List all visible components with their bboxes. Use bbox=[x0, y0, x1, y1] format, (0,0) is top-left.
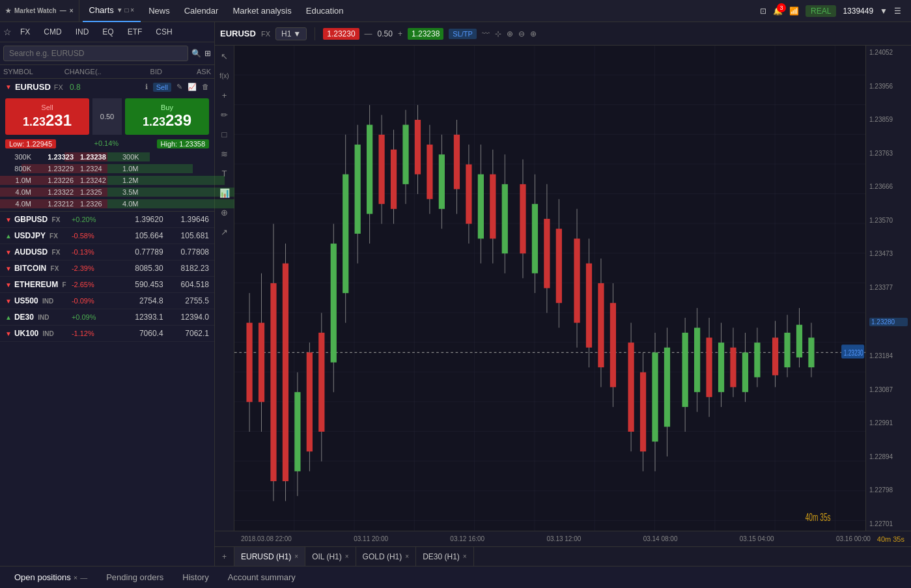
close-icon[interactable]: × bbox=[70, 7, 74, 14]
fx-tool[interactable]: f(x) bbox=[217, 68, 232, 83]
chart-tab-oil[interactable]: OIL (H1) × bbox=[305, 547, 356, 566]
chart-sell-price: 1.23230 bbox=[323, 28, 359, 40]
svg-rect-90 bbox=[784, 333, 790, 367]
tab-market-analysis[interactable]: Market analysis bbox=[226, 0, 298, 22]
instr-de30[interactable]: ▲ DE30 IND +0.09% 12393.1 12394.0 bbox=[0, 309, 214, 326]
chart-sltp-button[interactable]: SL/TP bbox=[449, 29, 477, 39]
svg-rect-36 bbox=[427, 145, 432, 199]
crosshair-tool[interactable]: + bbox=[217, 88, 232, 102]
instr-usdjpy[interactable]: ▲ USDJPY FX -0.58% 105.664 105.681 bbox=[0, 228, 214, 244]
sell-button[interactable]: Sell 1.23231 bbox=[5, 98, 89, 135]
instr-ethereum[interactable]: ▼ ETHEREUM F -2.65% 590.453 604.518 bbox=[0, 277, 214, 293]
column-headers: SYMBOL CHANGE(.. BID ASK bbox=[0, 65, 214, 79]
chart-tool-icons: 〰 ⊹ ⊕ ⊖ ⊕ bbox=[482, 29, 537, 38]
order-book: 300K 1.23323 1.23238 300K 800K 1.23229 1… bbox=[0, 150, 214, 211]
rectangle-tool[interactable]: □ bbox=[217, 127, 232, 141]
instr-uk100[interactable]: ▼ UK100 IND -1.12% 7060.4 7062.1 bbox=[0, 326, 214, 342]
grid-view-icon[interactable]: ⊞ bbox=[204, 49, 211, 58]
instr-audusd[interactable]: ▼ AUDUSD FX -0.13% 0.77789 0.77808 bbox=[0, 244, 214, 260]
open-positions-close-icon[interactable]: × bbox=[74, 574, 77, 581]
svg-rect-34 bbox=[415, 120, 421, 175]
gbpusd-dir-icon: ▼ bbox=[5, 216, 12, 223]
eurusd-header: ▼ EURUSD FX 0.8 ℹ Sell ✎ 📈 🗑 bbox=[0, 79, 214, 95]
chart-tab-de30[interactable]: DE30 (H1) × bbox=[416, 547, 474, 566]
crosshair-icon[interactable]: ⊹ bbox=[495, 29, 501, 38]
search-input[interactable] bbox=[3, 46, 188, 61]
svg-rect-86 bbox=[754, 343, 760, 377]
tab-charts[interactable]: Charts ▼ □ × bbox=[83, 0, 141, 22]
hamburger-icon[interactable]: ☰ bbox=[894, 7, 901, 16]
minimize-icon[interactable]: — bbox=[60, 7, 66, 14]
tab-account-summary[interactable]: Account summary bbox=[220, 567, 303, 589]
share-tool[interactable]: ↗ bbox=[217, 225, 232, 239]
account-number: 1339449 bbox=[843, 7, 873, 16]
ob-row-3: 1.0M 1.23226 1.23242 1.2M bbox=[0, 175, 214, 186]
star-icon[interactable]: ★ bbox=[5, 7, 11, 14]
de30-dir-icon: ▲ bbox=[5, 314, 12, 321]
delete-icon[interactable]: 🗑 bbox=[202, 83, 209, 92]
pen-tool[interactable]: ✏ bbox=[217, 107, 232, 122]
add-chart-tab-button[interactable]: + bbox=[215, 547, 234, 566]
zoom-out-icon[interactable]: ⊖ bbox=[518, 29, 525, 38]
eurusd-tag: FX bbox=[54, 83, 63, 91]
col-symbol-header: SYMBOL bbox=[3, 68, 64, 76]
tab-open-positions[interactable]: Open positions × — bbox=[7, 567, 95, 589]
svg-rect-70 bbox=[652, 352, 658, 441]
notification-bell[interactable]: 🔔 3 bbox=[773, 7, 783, 16]
high-badge: High: 1.23358 bbox=[157, 139, 210, 148]
close-de30-tab[interactable]: × bbox=[463, 553, 467, 560]
svg-rect-78 bbox=[706, 338, 712, 397]
sell-price: 1.23231 bbox=[8, 111, 86, 130]
svg-rect-16 bbox=[307, 352, 313, 451]
chart-small-icon[interactable]: 📈 bbox=[188, 83, 197, 92]
svg-rect-88 bbox=[772, 338, 778, 376]
tab-news[interactable]: News bbox=[142, 0, 176, 22]
instr-us500[interactable]: ▼ US500 IND -0.09% 2754.8 2755.5 bbox=[0, 293, 214, 309]
svg-rect-72 bbox=[664, 348, 670, 427]
svg-rect-50 bbox=[520, 184, 526, 253]
close-gold-tab[interactable]: × bbox=[405, 553, 409, 560]
tab-eq[interactable]: EQ bbox=[97, 25, 119, 38]
chart-main[interactable]: 1.23230 40m 35s bbox=[234, 46, 865, 531]
tab-cmd[interactable]: CMD bbox=[38, 25, 66, 38]
tab-etf[interactable]: ETF bbox=[122, 25, 148, 38]
chart-tab-eurusd[interactable]: EURUSD (H1) × bbox=[234, 547, 305, 566]
us500-dir-icon: ▼ bbox=[5, 298, 12, 305]
crosshair-2-icon[interactable]: ⊕ bbox=[530, 29, 537, 38]
zoom-in-icon[interactable]: ⊕ bbox=[507, 29, 513, 38]
search-icon[interactable]: 🔍 bbox=[191, 49, 201, 58]
open-positions-minimize-icon[interactable]: — bbox=[80, 574, 87, 581]
eurusd-spread-val: 0.8 bbox=[70, 83, 81, 92]
timeframe-selector[interactable]: H1 ▼ bbox=[275, 27, 307, 40]
edit-icon[interactable]: ✎ bbox=[176, 83, 182, 92]
bottom-panel: Open positions × — Pending orders Histor… bbox=[0, 566, 911, 588]
close-oil-tab[interactable]: × bbox=[345, 553, 349, 560]
brush-tool[interactable]: ≋ bbox=[217, 147, 232, 161]
tab-pending-orders[interactable]: Pending orders bbox=[98, 567, 171, 589]
col-bid-header: BID bbox=[113, 68, 162, 76]
tab-fx[interactable]: FX bbox=[15, 25, 35, 38]
account-dropdown-icon[interactable]: ▼ bbox=[880, 7, 888, 16]
sl-tp-badge[interactable]: Sell bbox=[153, 83, 171, 92]
svg-text:40m 35s: 40m 35s bbox=[806, 511, 831, 523]
instr-bitcoin[interactable]: ▼ BITCOIN FX -2.39% 8085.30 8182.23 bbox=[0, 260, 214, 277]
star-filter-icon[interactable]: ☆ bbox=[3, 27, 12, 37]
chart-toolbar: EURUSD FX H1 ▼ 1.23230 — 0.50 + 1.23238 … bbox=[215, 22, 911, 46]
tab-history[interactable]: History bbox=[175, 567, 216, 589]
timeframe-arrow-icon: ▼ bbox=[293, 29, 301, 38]
account-type-badge: REAL bbox=[806, 5, 836, 17]
chart-tab-gold[interactable]: GOLD (H1) × bbox=[356, 547, 417, 566]
buy-button[interactable]: Buy 1.23239 bbox=[125, 98, 209, 135]
info-icon[interactable]: ℹ bbox=[145, 83, 148, 92]
tab-csh[interactable]: CSH bbox=[150, 25, 177, 38]
cursor-tool[interactable]: ↖ bbox=[217, 49, 232, 63]
tab-education[interactable]: Education bbox=[300, 0, 350, 22]
wifi-icon: 📶 bbox=[789, 7, 799, 16]
ob-row-2: 800K 1.23229 1.2324 1.0M bbox=[0, 163, 214, 175]
instr-gbpusd[interactable]: ▼ GBPUSD FX +0.20% 1.39620 1.39646 bbox=[0, 212, 214, 228]
wave-icon[interactable]: 〰 bbox=[482, 29, 490, 38]
tab-calendar[interactable]: Calendar bbox=[178, 0, 225, 22]
tab-ind[interactable]: IND bbox=[70, 25, 94, 38]
close-eurusd-tab[interactable]: × bbox=[294, 553, 298, 560]
eurusd-name[interactable]: EURUSD bbox=[15, 82, 51, 92]
